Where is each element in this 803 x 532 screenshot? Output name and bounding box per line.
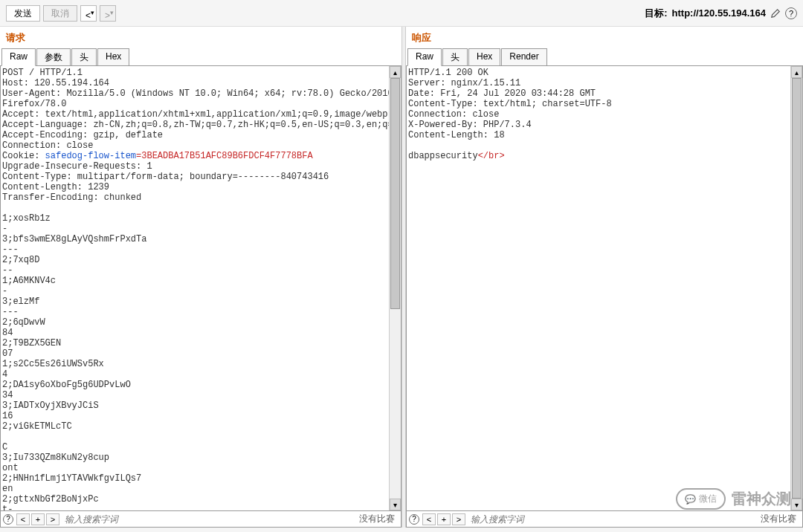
history-next-button: >▾ bbox=[100, 5, 116, 22]
request-tabs: Raw 参数 头 Hex bbox=[0, 48, 402, 65]
response-panel: 响应 Raw 头 Hex Render HTTP/1.1 200 OK Serv… bbox=[406, 27, 803, 528]
response-tabs: Raw 头 Hex Render bbox=[406, 48, 803, 65]
request-search-bar: ? < + > 没有比赛 bbox=[0, 511, 402, 528]
tab-resp-raw[interactable]: Raw bbox=[407, 48, 442, 66]
send-button[interactable]: 发送 bbox=[6, 5, 40, 22]
help-icon[interactable]: ? bbox=[785, 7, 797, 19]
search-prev-icon[interactable]: < bbox=[422, 513, 436, 525]
search-add-icon[interactable]: + bbox=[31, 513, 45, 525]
target-label: 目标: bbox=[645, 7, 667, 20]
tab-resp-render[interactable]: Render bbox=[501, 48, 546, 66]
scroll-down-icon[interactable]: ▾ bbox=[791, 499, 802, 510]
search-help-icon[interactable]: ? bbox=[3, 514, 13, 525]
search-input[interactable] bbox=[60, 514, 353, 525]
response-textarea[interactable]: HTTP/1.1 200 OK Server: nginx/1.15.11 Da… bbox=[407, 66, 790, 510]
request-panel: 请求 Raw 参数 头 Hex POST / HTTP/1.1 Host: 12… bbox=[0, 27, 402, 528]
scroll-up-icon[interactable]: ▴ bbox=[791, 66, 802, 78]
response-search-bar: ? < + > 没有比赛 bbox=[406, 511, 803, 528]
search-matches-label: 没有比赛 bbox=[755, 513, 802, 525]
search-next-icon[interactable]: > bbox=[46, 513, 59, 525]
target-value: http://120.55.194.164 bbox=[672, 7, 766, 19]
request-scrollbar[interactable]: ▴ ▾ bbox=[389, 66, 401, 510]
search-prev-icon[interactable]: < bbox=[16, 513, 30, 525]
search-input[interactable] bbox=[466, 514, 755, 525]
top-toolbar: 发送 取消 <▾ >▾ 目标: http://120.55.194.164 ? bbox=[0, 0, 803, 27]
tab-raw[interactable]: Raw bbox=[1, 48, 36, 66]
search-help-icon[interactable]: ? bbox=[409, 514, 419, 525]
tab-params[interactable]: 参数 bbox=[36, 48, 71, 66]
tab-resp-headers[interactable]: 头 bbox=[442, 48, 468, 66]
scroll-down-icon[interactable]: ▾ bbox=[390, 499, 401, 510]
cancel-button: 取消 bbox=[43, 5, 77, 22]
tab-hex[interactable]: Hex bbox=[97, 48, 129, 66]
request-textarea[interactable]: POST / HTTP/1.1 Host: 120.55.194.164 Use… bbox=[1, 66, 389, 510]
tab-headers[interactable]: 头 bbox=[71, 48, 97, 66]
request-title: 请求 bbox=[0, 27, 402, 48]
search-add-icon[interactable]: + bbox=[437, 513, 451, 525]
history-prev-button[interactable]: <▾ bbox=[80, 5, 97, 22]
response-title: 响应 bbox=[406, 27, 803, 48]
response-scrollbar[interactable]: ▴ ▾ bbox=[790, 66, 802, 510]
scroll-up-icon[interactable]: ▴ bbox=[390, 66, 401, 78]
tab-resp-hex[interactable]: Hex bbox=[468, 48, 500, 66]
edit-target-icon[interactable] bbox=[770, 8, 781, 19]
search-matches-label: 没有比赛 bbox=[353, 513, 401, 525]
search-next-icon[interactable]: > bbox=[452, 513, 465, 525]
